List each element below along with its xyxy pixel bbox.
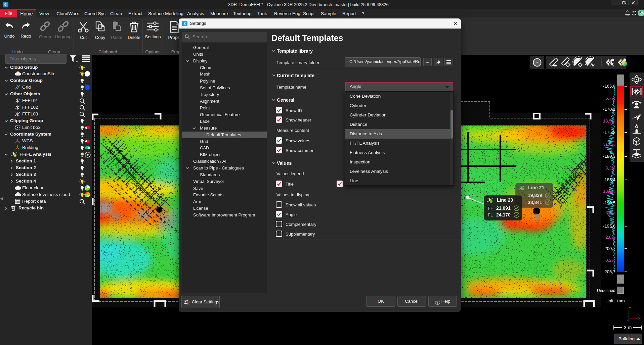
svg-text:3 m: 3 m [624, 325, 632, 330]
svg-text:X: X [638, 316, 641, 321]
svg-text:Z: Z [627, 317, 630, 322]
svg-text:Y: Y [629, 305, 632, 310]
